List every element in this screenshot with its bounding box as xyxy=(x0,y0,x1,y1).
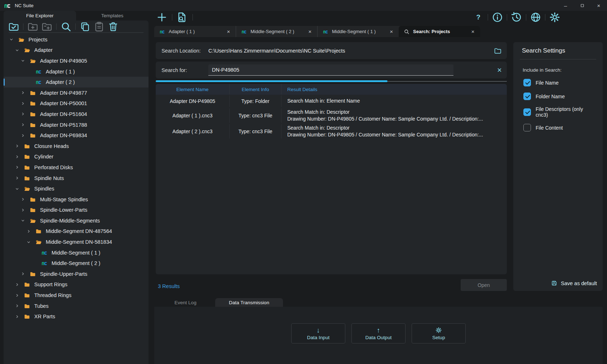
save-as-default-button[interactable]: Save as default xyxy=(551,280,597,287)
chevron-right-icon[interactable] xyxy=(25,228,35,234)
tree-item-middle-segment-dn-581834[interactable]: Middle-Segment DN-581834 xyxy=(4,237,149,247)
chevron-right-icon[interactable] xyxy=(19,90,30,96)
tree-item-adapter-dn-p51604[interactable]: Adapter DN-P51604 xyxy=(4,109,149,120)
bottom-tab-data-transmission[interactable]: Data Transmission xyxy=(215,298,283,307)
chevron-down-icon[interactable] xyxy=(25,239,35,245)
tree-item-perforated-disks[interactable]: Perforated Disks xyxy=(4,162,149,173)
doc-tab-search-projects[interactable]: Search: Projects× xyxy=(399,26,480,37)
chevron-down-icon[interactable] xyxy=(7,37,18,42)
open-button[interactable]: Open xyxy=(461,279,507,291)
unchecked-checkbox-icon[interactable] xyxy=(523,124,531,131)
open-project-folder-button[interactable] xyxy=(8,22,19,31)
checkbox-file-name[interactable]: File Name xyxy=(523,79,596,86)
new-button[interactable] xyxy=(156,12,168,22)
tree-item-spindle-lower-parts[interactable]: Spindle-Lower-Parts xyxy=(4,205,149,216)
result-row-adapter-dn-p49805[interactable]: Adapter DN-P49805Type: FolderSearch Matc… xyxy=(156,95,507,108)
delete-button[interactable] xyxy=(107,22,119,31)
checked-checkbox-icon[interactable] xyxy=(523,79,531,86)
tree-item-middle-segment-dn-487564[interactable]: Middle-Segment DN-487564 xyxy=(4,226,149,237)
new-subfolder-button[interactable] xyxy=(41,22,53,31)
chevron-down-icon[interactable] xyxy=(13,186,24,192)
history-button[interactable] xyxy=(510,12,523,22)
tree-item-support-rings[interactable]: Support Rings xyxy=(4,279,149,290)
copy-button[interactable] xyxy=(79,22,91,31)
chevron-right-icon[interactable] xyxy=(19,207,30,213)
new-folder-button[interactable] xyxy=(27,22,39,31)
result-row-adapter-1-cnc3[interactable]: Adapter ( 1 ).cnc3Type: cnc3 FileSearch … xyxy=(156,108,507,123)
search-input[interactable] xyxy=(208,64,453,76)
checkbox-folder-name[interactable]: Folder Name xyxy=(523,93,596,100)
help-button[interactable]: ? xyxy=(472,12,484,22)
chevron-right-icon[interactable] xyxy=(19,197,30,202)
tree-item-adapter-dn-p50001[interactable]: Adapter DN-P50001 xyxy=(4,98,149,109)
data-output-button[interactable]: ↑Data Output xyxy=(351,323,406,343)
chevron-right-icon[interactable] xyxy=(13,282,24,287)
result-row-adapter-2-cnc3[interactable]: Adapter ( 2 ).cnc3Type: cnc3 FileSearch … xyxy=(156,123,507,139)
info-button[interactable] xyxy=(491,12,504,22)
tree-item-middle-segment-2[interactable]: Middle-Segment ( 2 ) xyxy=(4,258,149,269)
doc-tab-middle-segment-1[interactable]: Middle-Segment ( 1 )× xyxy=(317,26,399,37)
tree-item-closure-heads[interactable]: Closure Heads xyxy=(4,141,149,152)
doc-tab-adapter-1[interactable]: Adapter ( 1 )× xyxy=(154,26,236,37)
tree-item-spindle-nuts[interactable]: Spindle Nuts xyxy=(4,173,149,184)
tree-item-adapter-dn-p49805[interactable]: Adapter DN-P49805 xyxy=(4,55,149,66)
chevron-right-icon[interactable] xyxy=(19,122,30,128)
chevron-right-icon[interactable] xyxy=(19,132,30,138)
clear-search-button[interactable]: × xyxy=(497,66,502,75)
checked-checkbox-icon[interactable] xyxy=(523,93,531,100)
checked-checkbox-icon[interactable] xyxy=(523,108,531,116)
close-tab-icon[interactable]: × xyxy=(306,28,314,35)
tree-item-adapter[interactable]: Adapter xyxy=(4,45,149,56)
column-header-element-name[interactable]: Element Name xyxy=(156,84,230,95)
data-input-button[interactable]: ↓Data Input xyxy=(291,323,345,343)
chevron-down-icon[interactable] xyxy=(19,58,30,64)
paste-button[interactable] xyxy=(93,22,105,31)
tree-item-adapter-dn-p69834[interactable]: Adapter DN-P69834 xyxy=(4,130,149,141)
tree-item-tubes[interactable]: Tubes xyxy=(4,301,149,311)
chevron-right-icon[interactable] xyxy=(13,175,24,181)
tree-item-adapter-dn-p51788[interactable]: Adapter DN-P51788 xyxy=(4,120,149,130)
language-button[interactable] xyxy=(530,12,542,22)
tree-item-spindle-upper-parts[interactable]: Spindle-Upper-Parts xyxy=(4,269,149,279)
setup-button[interactable]: Setup xyxy=(412,323,466,343)
tree-item-spindle-middle-segments[interactable]: Spindle-Middle-Segments xyxy=(4,215,149,226)
sidebar: File ExplorerTemplates ProjectsAdapterAd… xyxy=(4,11,149,364)
tree-item-cylinder[interactable]: Cylinder xyxy=(4,152,149,162)
checkbox-file-content[interactable]: File Content xyxy=(523,124,596,131)
chevron-right-icon[interactable] xyxy=(19,111,30,117)
close-button[interactable]: × xyxy=(590,0,607,11)
chevron-right-icon[interactable] xyxy=(13,165,24,170)
tree-item-xr-parts[interactable]: XR Parts xyxy=(4,311,149,322)
chevron-right-icon[interactable] xyxy=(13,303,24,309)
tree-item-threaded-rings[interactable]: Threaded Rings xyxy=(4,290,149,301)
open-file-button[interactable] xyxy=(176,12,189,22)
tree-item-middle-segment-1[interactable]: Middle-Segment ( 1 ) xyxy=(4,247,149,258)
bottom-tab-event-log[interactable]: Event Log xyxy=(156,298,215,307)
chevron-down-icon[interactable] xyxy=(13,47,24,53)
chevron-right-icon[interactable] xyxy=(13,143,24,149)
settings-button[interactable] xyxy=(549,12,561,22)
chevron-down-icon[interactable] xyxy=(19,218,30,224)
close-tab-icon[interactable]: × xyxy=(225,28,232,35)
tree-item-projects[interactable]: Projects xyxy=(4,34,149,45)
chevron-right-icon[interactable] xyxy=(13,314,24,319)
chevron-right-icon[interactable] xyxy=(19,100,30,106)
chevron-right-icon[interactable] xyxy=(19,271,30,277)
checkbox-file-descriptors-only-cnc3[interactable]: File Descriptors (only cnc3) xyxy=(523,106,596,118)
chevron-right-icon[interactable] xyxy=(13,292,24,298)
column-header-result-details[interactable]: Result Details xyxy=(282,84,507,95)
browse-folder-button[interactable] xyxy=(494,47,502,55)
tree-item-adapter-dn-p49877[interactable]: Adapter DN-P49877 xyxy=(4,87,149,98)
maximize-button[interactable] xyxy=(574,0,590,11)
tree-item-spindles[interactable]: Spindles xyxy=(4,183,149,194)
close-tab-icon[interactable]: × xyxy=(469,28,477,35)
chevron-right-icon[interactable] xyxy=(13,154,24,159)
tree-item-adapter-1[interactable]: Adapter ( 1 ) xyxy=(4,66,149,77)
column-header-element-info[interactable]: Element Info xyxy=(230,84,282,95)
paste-element-button[interactable] xyxy=(197,12,209,22)
tree-item-multi-stage-spindles[interactable]: Multi-Stage Spindles xyxy=(4,194,149,205)
search-button[interactable] xyxy=(60,22,72,31)
close-tab-icon[interactable]: × xyxy=(388,28,395,35)
tree-item-adapter-2[interactable]: Adapter ( 2 ) xyxy=(4,77,149,87)
doc-tab-middle-segment-2[interactable]: Middle-Segment ( 2 )× xyxy=(236,26,317,37)
